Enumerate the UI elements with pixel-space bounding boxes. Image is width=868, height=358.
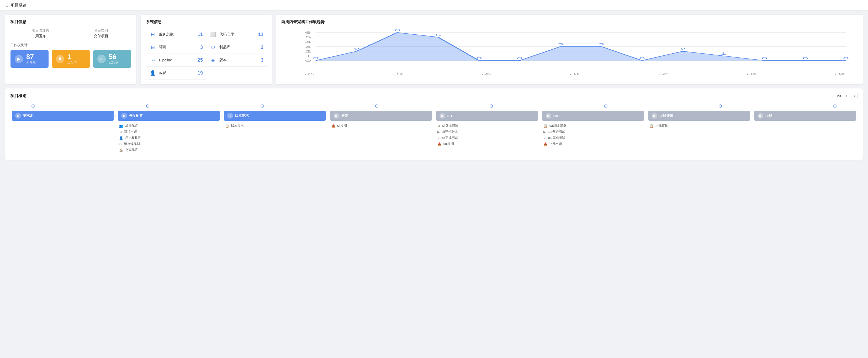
stage-icon-sit: ▶ (439, 113, 445, 119)
task-dev-config-2: 👤用户和权限 (119, 135, 219, 141)
task-dev-config-4: 🏠仓库配置 (119, 147, 219, 153)
task-text-sit-2: sit完成测试 (442, 136, 458, 140)
svg-text:0: 0 (843, 57, 849, 60)
stat-label-1: 进行中 (67, 60, 77, 65)
type-label: 项目类别 (71, 28, 131, 33)
dot-dev-config (146, 105, 149, 108)
dot-version-req (260, 105, 264, 108)
stat-icon-2: ✓ (97, 55, 106, 63)
task-dev-0: 📤sit提测 (332, 123, 431, 129)
stage-name-sit: SIT (447, 114, 453, 118)
stages-row: ▶需求池›▶开发配置👥成员配置🖥环境申请👤用户和权限⚙流水线规划🏠仓库配置›⏸版… (10, 111, 858, 153)
chart-card: 两周内未完成工作项趋势 0123456026500330210002020-05… (276, 15, 863, 84)
sys-label-6: 成员 (159, 70, 195, 75)
task-text-sit-0: sit版本部署 (442, 124, 458, 128)
stage-name-dev-config: 开发配置 (129, 113, 143, 118)
task-text-dev-config-3: 流水线规划 (124, 142, 140, 146)
stage-header-dev[interactable]: ▶研发 (330, 111, 432, 121)
task-text-dev-config-1: 环境申请 (124, 130, 137, 134)
task-text-dev-config-0: 成员配置 (125, 124, 138, 128)
stage-name-requirements: 需求池 (23, 113, 33, 118)
stage-header-uat[interactable]: ▶UAT (542, 111, 644, 121)
svg-text:0: 0 (313, 57, 319, 60)
stage-header-version-req[interactable]: ⏸版本需求 (224, 111, 326, 121)
system-info-card: 系统信息 ⊞ 服务总数 11 ⬜ 代码仓库 11 ⊟ 环境 3 ⚙ 制品库 2 … (141, 15, 272, 84)
stat-label-0: 未开始 (26, 60, 36, 65)
task-list-version-req: 📋版本需求 (225, 123, 324, 129)
stage-name-review: 上线评审 (659, 113, 673, 118)
dot-line-5 (608, 106, 719, 106)
stat-label-2: 已完成 (109, 60, 118, 65)
project-manager-item: 项目管理员 周卫东 (10, 28, 71, 38)
stage-header-review[interactable]: ▶上线评审 (648, 111, 750, 121)
stage-header-requirements[interactable]: ▶需求池 (12, 111, 114, 121)
task-version-req-0: 📋版本需求 (225, 123, 324, 129)
stage-icon-review: ▶ (652, 113, 657, 119)
header-icon: ⊙ (5, 3, 9, 8)
task-text-sit-1: sit开始测试 (442, 130, 458, 134)
sys-icon-4: ⋯ (149, 56, 156, 64)
sys-item-服务总数: ⊞ 服务总数 11 (146, 28, 206, 41)
sys-label-2: 环境 (159, 45, 197, 50)
task-text-dev-0: sit提测 (337, 124, 347, 128)
svg-text:4: 4 (305, 40, 311, 44)
stage-header-sit[interactable]: ▶SIT (436, 111, 538, 121)
stage-name-dev: 研发 (341, 113, 348, 118)
svg-text:0: 0 (802, 57, 808, 60)
sys-item-Pipeline: ⋯ Pipeline 25 (146, 54, 206, 67)
stage-icon-uat: ▶ (546, 113, 551, 119)
task-icon-dev-config-0: 👥 (119, 124, 123, 128)
overview-title: 项目概览 (10, 93, 26, 98)
svg-text:2020-06-02: 2020-06-02 (542, 72, 582, 75)
manager-value: 周卫东 (10, 34, 71, 38)
sys-label-4: Pipeline (159, 58, 195, 62)
work-stats-title: 工作项统计 (10, 43, 131, 48)
task-list-dev-config: 👥成员配置🖥环境申请👤用户和权限⚙流水线规划🏠仓库配置 (119, 123, 219, 153)
stage-name-uat: UAT (553, 114, 560, 118)
svg-text:2: 2 (354, 48, 360, 51)
task-text-dev-config-2: 用户和权限 (125, 136, 141, 140)
svg-text:3: 3 (558, 43, 563, 46)
dot-dev (375, 105, 378, 108)
sys-item-制品库: ⚙ 制品库 2 (206, 41, 267, 54)
page-header: ⊙ 项目概览 (0, 0, 868, 10)
project-info-card: 项目信息 项目管理员 周卫东 项目类别 交付项目 工作项统计 ▶ 87 未开始 … (5, 15, 136, 84)
svg-text:2020-06-06: 2020-06-06 (718, 72, 759, 75)
task-review-0: 📋上线审批 (649, 123, 749, 129)
task-dev-config-3: ⚙流水线规划 (119, 141, 219, 147)
stat-icon-0: ▶ (15, 55, 23, 63)
version-select[interactable]: V3.1.0 (834, 93, 858, 99)
task-text-sit-3: uat提测 (443, 142, 454, 146)
task-icon-uat-3: 📤 (544, 142, 547, 146)
sys-icon-5: ◈ (209, 56, 217, 64)
stage-header-release[interactable]: ▶上线 (754, 111, 856, 121)
task-sit-2: ✓sit完成测试 (437, 135, 537, 141)
sys-value-0: 11 (197, 32, 203, 37)
svg-text:2020-05-31: 2020-05-31 (454, 72, 494, 75)
task-dev-config-1: 🖥环境申请 (119, 129, 219, 135)
stage-review: ▶上线评审📋上线审批 (647, 111, 751, 129)
dot-line-2 (264, 106, 375, 106)
dot-uat (604, 105, 608, 108)
task-icon-uat-1: ▶ (544, 130, 546, 134)
sys-label-5: 版本 (219, 58, 258, 62)
svg-text:1: 1 (305, 54, 311, 58)
sys-item-版本: ◈ 版本 3 (206, 54, 267, 67)
svg-text:0: 0 (639, 57, 645, 60)
svg-text:6: 6 (305, 31, 311, 34)
task-list-uat: 📋uat版本部署▶uat开始测试✓uat完成测试📤上线申请 (544, 123, 643, 147)
stage-dev-config: ▶开发配置👥成员配置🖥环境申请👤用户和权限⚙流水线规划🏠仓库配置 (117, 111, 221, 153)
sys-label-0: 服务总数 (159, 32, 195, 37)
stage-release: ▶上线 (753, 111, 858, 121)
svg-text:5: 5 (305, 36, 311, 39)
sys-icon-2: ⊟ (149, 43, 156, 51)
stage-version-req: ⏸版本需求📋版本需求 (222, 111, 327, 129)
task-list-sit: ⚙sit版本部署▶sit开始测试✓sit完成测试📤uat提测 (437, 123, 537, 147)
project-type-item: 项目类别 交付项目 (71, 28, 131, 38)
task-icon-uat-2: ✓ (544, 136, 546, 140)
stage-header-dev-config[interactable]: ▶开发配置 (118, 111, 220, 121)
task-icon-dev-config-1: 🖥 (119, 130, 122, 134)
sys-icon-6: 👤 (149, 69, 156, 77)
stage-name-version-req: 版本需求 (235, 113, 249, 118)
dot-requirements (31, 105, 35, 108)
